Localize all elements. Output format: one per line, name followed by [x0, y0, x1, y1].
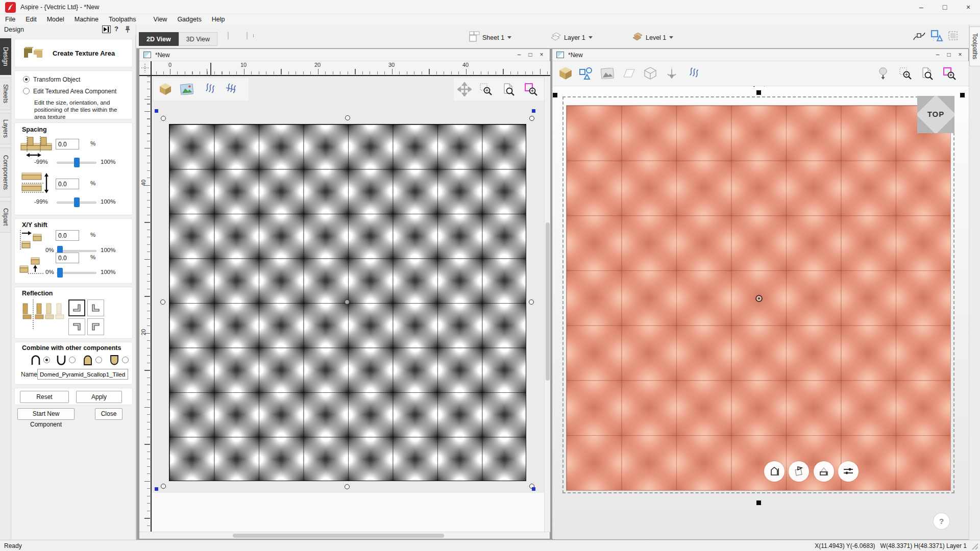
- view-3d-titlebar[interactable]: *New – □ ×: [552, 49, 968, 61]
- sidebar-tab-sheets[interactable]: Sheets: [0, 78, 11, 110]
- help-icon[interactable]: ?: [114, 25, 118, 33]
- rotate-handle-icon[interactable]: [752, 86, 766, 89]
- reflection-vertical-button[interactable]: [68, 318, 85, 335]
- combine-add-radio[interactable]: [43, 357, 50, 363]
- shapes-icon[interactable]: [578, 66, 594, 81]
- selection-handle[interactable]: [345, 484, 350, 489]
- view-3d-close[interactable]: ×: [955, 51, 965, 60]
- drill-down-icon[interactable]: I: [664, 66, 679, 81]
- menu-gadgets[interactable]: Gadgets: [172, 15, 206, 24]
- selection-handle-bottom[interactable]: [756, 500, 761, 505]
- transform-selection-icon[interactable]: [929, 28, 944, 43]
- zoom-selection-icon[interactable]: [942, 66, 957, 81]
- component-name-input[interactable]: [37, 369, 128, 380]
- node-edit-icon[interactable]: [912, 28, 927, 43]
- selection-handle[interactable]: [161, 484, 166, 489]
- shift-x-slider[interactable]: [57, 250, 96, 252]
- spacing-vertical-slider-handle[interactable]: [74, 197, 80, 207]
- view-2d-minimize[interactable]: –: [514, 51, 524, 60]
- menu-edit[interactable]: Edit: [20, 15, 42, 24]
- pin-icon[interactable]: [125, 26, 131, 35]
- canvas-2d[interactable]: [152, 76, 550, 532]
- view-3d-minimize[interactable]: –: [933, 51, 943, 60]
- menu-model[interactable]: Model: [42, 15, 69, 24]
- zoom-box-icon[interactable]: [478, 82, 494, 97]
- image-gray-icon[interactable]: [600, 66, 615, 81]
- level-selector[interactable]: Level 1: [631, 31, 673, 44]
- view-3d-rotated-button[interactable]: [789, 461, 809, 482]
- apply-button[interactable]: Apply: [76, 391, 122, 403]
- layer-selector[interactable]: Layer 1: [549, 31, 593, 44]
- close-button-panel[interactable]: Close: [95, 408, 122, 420]
- view-2d-close[interactable]: ×: [536, 51, 547, 60]
- view-2d-titlebar[interactable]: *New – □ ×: [139, 49, 550, 61]
- resize-grip[interactable]: [972, 543, 978, 549]
- modeling-plane-icon[interactable]: [621, 66, 636, 81]
- material-block-icon[interactable]: [158, 82, 173, 97]
- shift-y-slider-handle[interactable]: [57, 268, 63, 278]
- shift-x-input[interactable]: [56, 230, 79, 241]
- toolpaths-tab[interactable]: Toolpaths: [969, 27, 980, 66]
- spacing-vertical-slider[interactable]: [57, 202, 96, 204]
- start-new-component-button[interactable]: Start New Component: [17, 408, 75, 420]
- menu-file[interactable]: File: [0, 15, 20, 24]
- split-horizontal-button[interactable]: [228, 32, 229, 40]
- reflection-horizontal-button[interactable]: [87, 299, 104, 316]
- shift-y-input[interactable]: [56, 253, 79, 263]
- menu-view[interactable]: View: [149, 15, 173, 24]
- split-vertical-button[interactable]: [247, 32, 248, 40]
- texture-wave-icon[interactable]: [685, 66, 701, 81]
- maximize-button[interactable]: □: [933, 1, 957, 14]
- vector-corner-node[interactable]: [532, 109, 535, 113]
- selection-handle[interactable]: [161, 116, 166, 121]
- view-settings-button[interactable]: [838, 461, 859, 482]
- reset-button[interactable]: Reset: [20, 391, 69, 403]
- selection-handle-right[interactable]: [960, 93, 965, 97]
- sheet-selector[interactable]: Sheet 1: [469, 31, 511, 44]
- selection-handle[interactable]: [160, 299, 165, 305]
- canvas-3d[interactable]: TOP ?: [553, 86, 969, 539]
- h-scrollbar-handle[interactable]: [233, 534, 444, 538]
- tab-3d-view[interactable]: 3D View: [179, 32, 217, 46]
- view-plan-button[interactable]: [814, 461, 834, 482]
- v-scrollbar-2d[interactable]: [544, 76, 550, 532]
- zoom-box-icon[interactable]: [898, 66, 913, 81]
- panel-collapse-icon[interactable]: [102, 26, 111, 35]
- view-orientation-badge[interactable]: TOP: [917, 96, 954, 133]
- zoom-page-icon[interactable]: [501, 82, 516, 97]
- reflection-both-button[interactable]: [87, 318, 104, 335]
- spacing-horizontal-slider[interactable]: [57, 162, 96, 164]
- minimize-button[interactable]: –: [910, 1, 933, 14]
- tab-2d-view[interactable]: 2D View: [139, 32, 179, 46]
- spacing-vertical-input[interactable]: [56, 179, 79, 189]
- wireframe-cube-icon[interactable]: [643, 66, 658, 81]
- help-button[interactable]: ?: [934, 513, 949, 529]
- pan-icon[interactable]: [457, 82, 472, 97]
- view-2d-maximize[interactable]: □: [525, 51, 535, 60]
- spacing-horizontal-slider-handle[interactable]: [74, 158, 80, 167]
- material-block-icon[interactable]: [558, 66, 573, 81]
- vector-corner-node[interactable]: [532, 487, 535, 491]
- plumb-view-icon[interactable]: [875, 66, 891, 81]
- selection-handle[interactable]: [529, 116, 534, 121]
- spacing-horizontal-input[interactable]: [56, 139, 79, 149]
- shift-y-slider[interactable]: [57, 272, 96, 274]
- background-image-icon[interactable]: [179, 82, 194, 97]
- sidebar-tab-clipart[interactable]: Clipart: [0, 201, 11, 233]
- sidebar-tab-layers[interactable]: Layers: [0, 113, 11, 144]
- center-target-icon[interactable]: [755, 294, 763, 304]
- selection-handle-left[interactable]: [553, 93, 557, 97]
- combine-merge-low-radio[interactable]: [122, 357, 129, 363]
- combine-subtract-radio[interactable]: [69, 357, 76, 363]
- menu-toolpaths[interactable]: Toolpaths: [104, 15, 141, 24]
- selection-handle-top[interactable]: [756, 90, 761, 95]
- h-scrollbar-2d[interactable]: [139, 532, 550, 539]
- reflection-none-button[interactable]: [68, 299, 85, 316]
- texture-wave-dense-icon[interactable]: [223, 82, 238, 97]
- selection-handle[interactable]: [345, 115, 350, 120]
- selection-handle[interactable]: [529, 299, 534, 305]
- zoom-selection-icon[interactable]: [523, 82, 538, 97]
- radio-transform-object[interactable]: [23, 76, 30, 83]
- snap-grid-icon[interactable]: [945, 28, 961, 43]
- vector-corner-node[interactable]: [155, 487, 158, 491]
